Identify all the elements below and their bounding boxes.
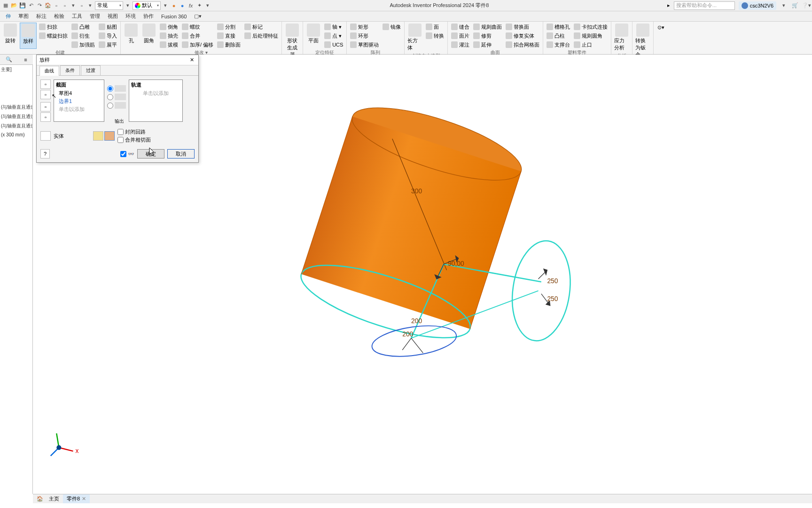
sections-listbox[interactable]: 截面 草图4 边界1 单击以添加 <box>54 79 104 122</box>
emboss-button[interactable]: 凸雕 <box>70 23 96 31</box>
convert-button[interactable]: 转换 <box>424 32 445 40</box>
sketchpattern-button[interactable]: 草图驱动 <box>349 40 380 49</box>
ucs-button[interactable]: UCS <box>323 40 344 49</box>
hole-button[interactable]: 孔 <box>123 23 140 49</box>
user-badge[interactable]: csc3N2V6 <box>739 1 776 10</box>
browser-root[interactable]: 主要] <box>0 65 32 74</box>
rail-mode-3[interactable] <box>107 102 126 109</box>
box-button[interactable]: 长方体 <box>406 23 423 52</box>
patch-button[interactable]: 面片 <box>450 32 471 40</box>
revolve-button[interactable]: 旋转 <box>2 23 19 49</box>
tosheetmetal-button[interactable]: 转换为钣金 <box>634 23 651 59</box>
menu-item-5[interactable]: 管理 <box>86 12 104 21</box>
menu-overflow[interactable]: ▢▾ <box>190 12 205 21</box>
deleteface-button[interactable]: 删除面 <box>216 40 242 49</box>
appearance-combo[interactable]: 默认 <box>133 1 161 10</box>
menu-item-2[interactable]: 标注 <box>32 12 50 21</box>
rib-button[interactable]: 加强筋 <box>70 40 96 49</box>
favorites-icon[interactable]: ▾ <box>780 2 788 9</box>
menu-item-1[interactable]: 草图 <box>15 12 32 21</box>
coil-button[interactable]: 螺旋扫掠 <box>38 32 69 40</box>
dialog-titlebar[interactable]: 放样 ✕ <box>37 55 198 65</box>
rail-mode-1[interactable] <box>107 85 126 92</box>
extend-button[interactable]: 延伸 <box>472 40 503 49</box>
rest-button[interactable]: 支撑台 <box>545 40 571 49</box>
repair-button[interactable]: 修复实体 <box>504 32 541 40</box>
qat-dropdown-1[interactable]: ▾ <box>70 2 77 9</box>
redo-icon[interactable]: ↷ <box>36 2 43 9</box>
section-select-3[interactable]: ▫ <box>40 102 51 111</box>
qat-dropdown-2[interactable]: ▾ <box>86 2 94 9</box>
menu-item-7[interactable]: 环境 <box>122 12 140 21</box>
derive-button[interactable]: 衍生 <box>70 32 96 40</box>
thread-button[interactable]: 螺纹 <box>180 23 215 31</box>
fitmesh-button[interactable]: 拟合网格面 <box>504 40 541 49</box>
fx-icon[interactable]: fx <box>187 2 195 9</box>
browser-item-2[interactable]: (与轴垂直且通过点 <box>0 121 32 131</box>
menu-item-3[interactable]: 检验 <box>50 12 68 21</box>
tabs-home-icon[interactable]: 🏠 <box>35 496 45 502</box>
section-select-4[interactable]: ▫ <box>40 112 51 122</box>
doc-tab-part[interactable]: 零件8✕ <box>63 494 90 503</box>
dialog-close-button[interactable]: ✕ <box>188 56 195 64</box>
qat-dropdown-3[interactable]: ▾ <box>124 2 132 9</box>
replface-button[interactable]: 替换面 <box>504 23 541 31</box>
stress-button[interactable]: 应力分析 <box>613 23 630 52</box>
rulefillet-button[interactable]: 规则圆角 <box>572 32 609 40</box>
split-button[interactable]: 分割 <box>216 23 242 31</box>
rectpattern-button[interactable]: 矩形 <box>349 23 380 31</box>
snapfit-button[interactable]: 卡扣式连接 <box>572 23 609 31</box>
point-button[interactable]: 点 ▾ <box>323 32 344 40</box>
merge-tangent-checkbox[interactable]: 合并相切面 <box>117 136 151 143</box>
chamfer-button[interactable]: 倒角 <box>158 23 180 31</box>
home-icon[interactable]: 🏠 <box>44 2 52 9</box>
close-tab-icon[interactable]: ✕ <box>82 496 86 502</box>
ruled-button[interactable]: 规则曲面 <box>472 23 503 31</box>
trim-button[interactable]: 修剪 <box>472 32 503 40</box>
unwrap-button[interactable]: 展平 <box>97 40 118 49</box>
loft-button[interactable]: 放样 <box>20 23 37 49</box>
qat-icon-3[interactable]: ▫ <box>78 2 86 9</box>
cart-icon[interactable]: 🛒 <box>791 2 799 9</box>
dialog-tab-transition[interactable]: 过渡 <box>81 65 101 75</box>
doc-tab-home[interactable]: 主页 <box>45 494 63 503</box>
dialog-tab-curves[interactable]: 曲线 <box>39 66 59 76</box>
face-button[interactable]: 面 <box>424 23 445 31</box>
dialog-help-button[interactable]: ? <box>40 149 50 159</box>
mirror-button[interactable]: 镜像 <box>381 23 402 31</box>
open-icon[interactable]: 📂 <box>10 2 18 9</box>
closed-loop-checkbox[interactable]: 封闭回路 <box>117 128 151 135</box>
color-icon-1[interactable]: ● <box>170 2 178 9</box>
menu-item-6[interactable]: 视图 <box>104 12 122 21</box>
direct-button[interactable]: 直接 <box>216 32 242 40</box>
output-surface-icon[interactable] <box>104 131 115 141</box>
qat-icon-1[interactable]: ▫ <box>53 2 60 9</box>
section-select-2[interactable]: ▫ <box>40 90 51 99</box>
qat-icon-2[interactable]: ▫ <box>61 2 69 9</box>
section-select-1[interactable]: ▫ <box>40 79 51 89</box>
model-browser[interactable]: 主要] (与轴垂直且通过点 (与轴垂直且通过点 (与轴垂直且通过点 (x 300… <box>0 65 33 494</box>
browser-item-1[interactable]: (与轴垂直且通过点 <box>0 112 32 121</box>
lip-button[interactable]: 止口 <box>572 40 609 49</box>
section-hint[interactable]: 单击以添加 <box>56 105 102 113</box>
qat-expand[interactable]: ▾ <box>204 2 211 9</box>
solid-picker[interactable] <box>40 131 51 141</box>
rails-hint[interactable]: 单击以添加 <box>131 89 180 97</box>
menu-item-4[interactable]: 工具 <box>68 12 86 21</box>
color-icon-2[interactable]: ● <box>179 2 186 9</box>
sculpt-button[interactable]: 灌注 <box>450 40 471 49</box>
boss-button[interactable]: 凸柱 <box>545 32 571 40</box>
preview-checkbox[interactable]: 👓 <box>120 151 134 157</box>
rails-listbox[interactable]: 轨道 单击以添加 <box>129 79 183 122</box>
dialog-tab-conditions[interactable]: 条件 <box>60 65 80 75</box>
material-combo[interactable]: 常规 <box>95 1 123 10</box>
help-icon[interactable]: ❔▾ <box>803 2 810 9</box>
search-trigger-icon[interactable]: ▸ <box>667 2 670 8</box>
ribbon-overflow-icon[interactable]: ⊙▾ <box>656 23 666 32</box>
shapegen-button[interactable]: 形状 生成器 <box>284 23 301 59</box>
circpattern-button[interactable]: 环形 <box>349 32 380 40</box>
mark-button[interactable]: 标记 <box>243 23 280 31</box>
section-item-0[interactable]: 草图4 <box>56 89 102 97</box>
shell-button[interactable]: 抽壳 <box>158 32 180 40</box>
menu-item-8[interactable]: 协作 <box>140 12 157 21</box>
